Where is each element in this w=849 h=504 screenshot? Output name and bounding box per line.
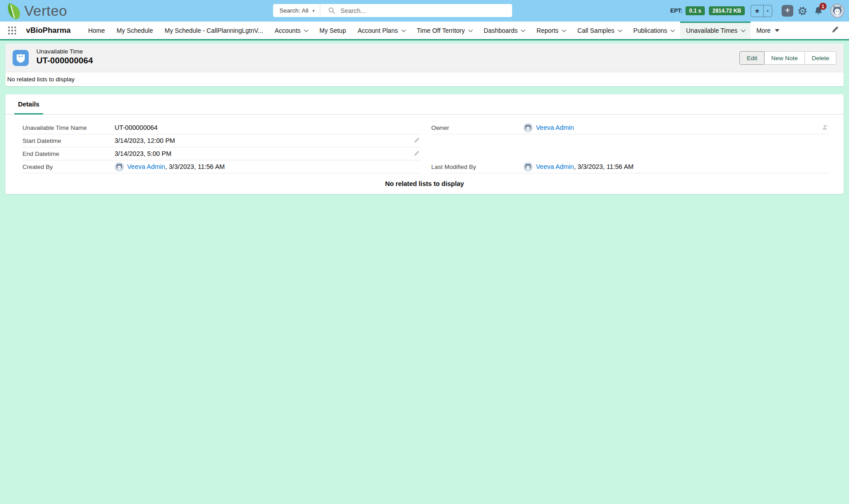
- field-row-start-datetime: Start Datetime 3/14/2023, 12:00 PM: [22, 134, 420, 147]
- user-avatar[interactable]: [830, 4, 845, 18]
- user-avatar: [523, 123, 533, 133]
- verteo-logo: Verteo: [5, 1, 67, 20]
- last-modified-by-link[interactable]: Veeva Admin: [536, 163, 574, 170]
- pencil-icon: [414, 137, 420, 143]
- field-column-left: Unavailable Time Name UT-000000064 Start…: [22, 121, 420, 173]
- record-actions: Edit New Note Delete: [739, 51, 836, 65]
- tab-label: Unavailable Times: [686, 27, 737, 34]
- chevron-down-icon: [401, 27, 406, 32]
- header-utilities: EPT: 0.1 s 2814.72 KB ★ ▾ +: [670, 0, 845, 22]
- tab-my-schedule-callplanning[interactable]: My Schedule - CallPlanningLgtnV...: [159, 22, 269, 39]
- field-row-owner: Owner Veeva Admin: [431, 121, 829, 134]
- chevron-down-icon: ▾: [313, 9, 315, 13]
- favorite-star-button[interactable]: ★: [751, 5, 764, 17]
- chevron-down-icon: [304, 27, 309, 32]
- user-avatar: [115, 162, 124, 172]
- field-row-end-datetime: End Datetime 3/14/2023, 5:00 PM: [22, 147, 420, 160]
- global-header: Verteo Search: All ▾ EPT: 0.1 s 2814.72 …: [0, 0, 849, 22]
- tab-label: Home: [88, 27, 105, 34]
- chevron-down-icon: [671, 27, 675, 32]
- chevron-down-icon: ▾: [767, 9, 769, 13]
- tab-label: My Schedule: [117, 27, 153, 34]
- tab-label: Time Off Territory: [417, 27, 465, 34]
- created-by-datetime: , 3/3/2023, 11:56 AM: [165, 163, 225, 170]
- ept-size-badge: 2814.72 KB: [709, 6, 745, 15]
- tab-account-plans[interactable]: Account Plans: [352, 22, 411, 39]
- notification-count-badge: 1: [819, 3, 827, 10]
- edit-button[interactable]: Edit: [739, 51, 764, 65]
- related-lists-empty-text: No related lists to display: [7, 76, 75, 83]
- field-label: End Datetime: [22, 150, 115, 157]
- field-column-right: Owner Veeva Admin: [431, 121, 829, 173]
- tab-home[interactable]: Home: [82, 22, 111, 39]
- tab-more[interactable]: More: [751, 22, 785, 39]
- change-owner-icon: [822, 124, 829, 131]
- tab-publications[interactable]: Publications: [628, 22, 681, 39]
- tab-my-setup[interactable]: My Setup: [314, 22, 352, 39]
- star-icon: ★: [754, 7, 760, 14]
- shield-icon: [16, 53, 26, 63]
- edit-field-button[interactable]: [414, 137, 420, 145]
- new-note-button[interactable]: New Note: [764, 51, 805, 65]
- field-value: 3/14/2023, 5:00 PM: [115, 150, 172, 157]
- unavailable-time-object-icon: [13, 50, 29, 66]
- tab-my-schedule[interactable]: My Schedule: [111, 22, 159, 39]
- tab-unavailable-times[interactable]: Unavailable Times: [680, 22, 750, 39]
- edit-field-button[interactable]: [414, 150, 420, 158]
- leaf-logo-icon: [5, 1, 23, 20]
- chevron-down-icon: [468, 27, 473, 32]
- global-actions-button[interactable]: +: [782, 5, 793, 17]
- related-lists-empty-message: No related lists to display: [5, 180, 844, 187]
- triangle-down-icon: [775, 29, 779, 32]
- field-label: Created By: [22, 164, 115, 170]
- chevron-down-icon: [521, 27, 526, 32]
- field-row-empty: [431, 147, 829, 160]
- app-navigation-bar: vBioPharma Home My Schedule My Schedule …: [0, 22, 849, 40]
- plus-icon: +: [785, 5, 790, 15]
- tab-dashboards[interactable]: Dashboards: [478, 22, 531, 39]
- tab-details[interactable]: Details: [16, 94, 41, 114]
- tab-label: Publications: [633, 27, 668, 34]
- search-scope-dropdown[interactable]: Search: All ▾: [273, 4, 320, 17]
- favorites-dropdown-button[interactable]: ▾: [764, 5, 772, 17]
- nav-tabs: Home My Schedule My Schedule - CallPlann…: [82, 22, 785, 39]
- favorites-button-group: ★ ▾: [751, 5, 772, 17]
- global-search: Search: All ▾: [273, 4, 512, 17]
- record-header-card: Unavailable Time UT-000000064 Edit New N…: [5, 44, 844, 86]
- search-scope-label: Search: All: [279, 7, 309, 14]
- notifications-button[interactable]: 1: [814, 6, 823, 16]
- delete-button[interactable]: Delete: [805, 51, 836, 65]
- chevron-down-icon: [741, 27, 745, 32]
- tab-label: My Setup: [319, 27, 346, 34]
- ept-time-badge: 0.1 s: [685, 6, 705, 15]
- change-owner-button[interactable]: [822, 124, 829, 132]
- search-input[interactable]: [340, 7, 512, 14]
- edit-navigation-button[interactable]: [831, 26, 839, 35]
- owner-link[interactable]: Veeva Admin: [536, 124, 574, 131]
- tab-label: Accounts: [274, 27, 301, 34]
- tab-label: Reports: [536, 27, 558, 34]
- tab-time-off-territory[interactable]: Time Off Territory: [411, 22, 478, 39]
- tab-label: Dashboards: [484, 27, 518, 34]
- field-value: UT-000000064: [115, 124, 158, 131]
- entity-label: Unavailable Time: [36, 48, 83, 55]
- field-row-last-modified-by: Last Modified By Veeva Admin, 3/3/2023, …: [431, 160, 829, 173]
- pencil-icon: [414, 150, 420, 156]
- tab-call-samples[interactable]: Call Samples: [571, 22, 627, 39]
- logo-text: Verteo: [24, 3, 67, 19]
- tab-label: Call Samples: [577, 27, 614, 34]
- field-label: Unavailable Time Name: [22, 124, 115, 131]
- chevron-down-icon: [618, 27, 622, 32]
- created-by-link[interactable]: Veeva Admin: [127, 163, 165, 170]
- tab-label: My Schedule - CallPlanningLgtnV...: [165, 27, 263, 34]
- pencil-icon: [831, 26, 839, 33]
- page-title: UT-000000064: [36, 56, 93, 66]
- field-label: Start Datetime: [22, 137, 115, 144]
- tab-reports[interactable]: Reports: [531, 22, 571, 39]
- setup-gear-button[interactable]: [797, 6, 808, 16]
- app-launcher-icon[interactable]: [8, 27, 16, 35]
- avatar-astro-icon: [830, 4, 845, 18]
- related-lists-empty-strip: No related lists to display: [5, 72, 844, 86]
- record-detail-card: Details Unavailable Time Name UT-0000000…: [5, 94, 844, 194]
- tab-accounts[interactable]: Accounts: [269, 22, 314, 39]
